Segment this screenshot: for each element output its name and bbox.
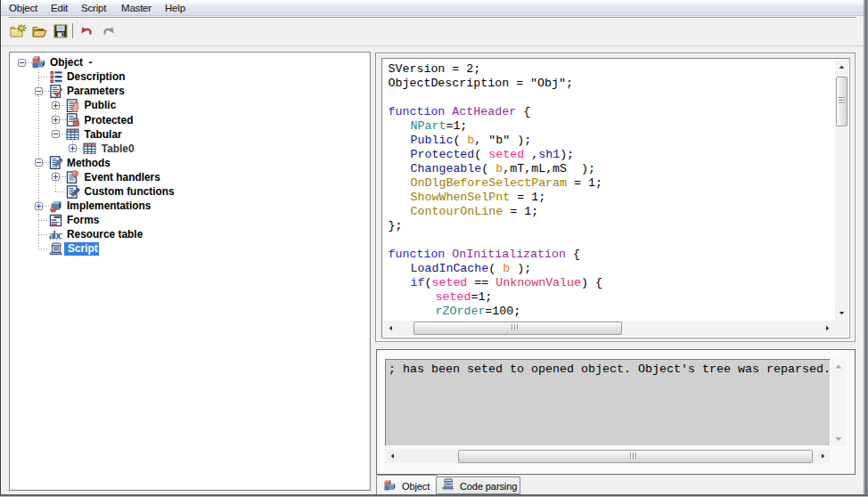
svg-text:abc: abc bbox=[49, 228, 63, 240]
